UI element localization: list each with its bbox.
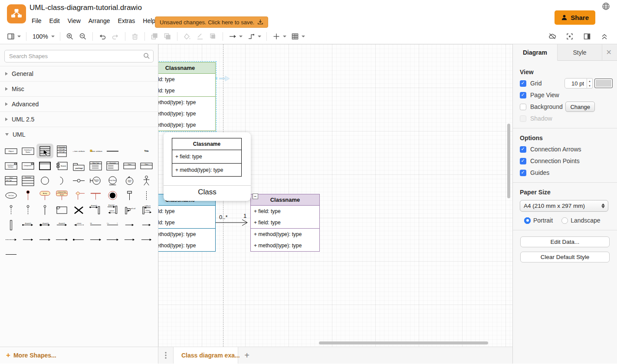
shape-uml-line[interactable] [3,247,20,262]
shape-uml-return[interactable]: return [70,217,87,232]
collapse-minus-icon[interactable]: − [253,193,258,199]
connection-icon[interactable] [226,31,245,42]
format-panel-icon[interactable] [581,31,594,42]
collapse-toolbar-icon[interactable] [598,31,611,42]
shape-uml-arrow-2[interactable] [138,217,155,232]
shape-uml-final-node[interactable] [104,188,121,203]
search-shapes-input[interactable] [4,50,154,62]
add-page-icon[interactable]: + [238,347,256,364]
shape-uml-activity[interactable]: Activity [36,188,53,203]
shape-uml-arrow-8[interactable] [138,232,155,247]
shape-uml-arrow-3[interactable] [20,232,36,247]
shape-uml-lifeline[interactable] [3,203,20,217]
shape-uml-divider[interactable] [104,144,121,158]
view-toggle-icon[interactable] [4,31,23,42]
menu-arrange[interactable]: Arrange [85,16,113,25]
grid-size-input[interactable] [564,78,587,89]
connection-points-checkbox[interactable] [520,158,526,164]
shape-uml-class-8[interactable]: Classname [20,173,36,188]
section-uml[interactable]: UML [0,127,158,142]
section-uml-2-5[interactable]: UML 2.5 [0,111,158,127]
table-icon[interactable] [289,31,307,42]
vertical-scrollbar[interactable] [507,124,510,198]
shape-uml-directed-line-2[interactable] [104,232,121,247]
shape-uml-dispatch[interactable]: dispatch [53,217,70,232]
shape-uml-arrow-6[interactable] [87,232,104,247]
grid-color-swatch[interactable] [594,79,613,88]
shape-uml-composite-state[interactable]: Composite StateSection [53,188,70,203]
edit-data-button[interactable]: Edit Data... [520,236,610,247]
clear-default-style-button[interactable]: Clear Default Style [520,252,610,262]
grid-size-stepper[interactable]: ▲▼ [587,78,593,89]
shape-uml-actor[interactable] [138,173,155,188]
menu-file[interactable]: File [29,16,45,25]
share-button[interactable]: Share [555,10,595,25]
grid-checkbox[interactable] [520,80,526,87]
shape-uml-directed-line[interactable] [70,232,87,247]
landscape-radio[interactable] [561,217,568,224]
shape-uml-self-call[interactable]: self call [121,203,138,217]
shape-uml-item-attribute-2[interactable]: item: attribute [87,144,104,158]
shape-uml-callback[interactable]: callbackreturn [138,203,155,217]
shape-uml-activation[interactable] [20,188,36,203]
connection-arrows-checkbox[interactable] [520,146,526,153]
page-view-checkbox[interactable] [520,92,526,98]
shape-uml-circle[interactable] [36,173,53,188]
shape-uml-fork-join[interactable] [87,188,104,203]
edge-target-multiplicity[interactable]: 1 [243,213,246,219]
zoom-in-icon[interactable] [63,31,76,42]
insert-icon[interactable] [270,31,289,42]
shape-uml-lifeline-plain[interactable] [138,188,155,203]
change-background-button[interactable]: Change [565,102,595,112]
shape-uml-class-2[interactable]: Classname+ field: type+ field: type [53,144,70,158]
shape-uml-boundary-object[interactable]: BoundaryObject [87,173,104,188]
shape-uml-frame[interactable] [53,203,70,217]
shape-uml-entity-object[interactable]: Entity Object [104,173,121,188]
shape-uml-arrow-4[interactable] [36,232,53,247]
shape-uml-object-types[interactable]: Object Type [87,158,104,173]
shape-uml-package[interactable]: package [70,158,87,173]
more-shapes-button[interactable]: + More Shapes... [0,347,158,364]
close-icon[interactable]: ✕ [604,48,614,56]
shape-uml-activation-bar[interactable] [3,217,20,232]
shape-uml-provided-required[interactable] [70,173,87,188]
tab-diagram[interactable]: Diagram [513,44,558,61]
section-general[interactable]: General [0,66,158,81]
shape-uml-found-message-2[interactable]: dispatch [36,217,53,232]
section-advanced[interactable]: Advanced [0,96,158,111]
no-cloud-icon[interactable] [546,31,559,42]
shape-uml-interface[interactable]: «interface»Name [20,144,36,158]
shape-uml-arrow-5[interactable] [53,232,70,247]
language-globe-icon[interactable] [602,2,610,10]
shape-uml-dispatch-bar[interactable]: dispatch [87,203,104,217]
shape-uml-use-case[interactable]: Use Case [3,188,20,203]
shape-uml-condition[interactable] [70,188,87,203]
shape-uml-interface-2[interactable]: «interface»Interface [3,158,20,173]
diagram-canvas[interactable]: 0..* 1 ✕ Classname+ field: type+ field: … [158,44,512,347]
shape-uml-control-object[interactable]: ControlObject [121,173,138,188]
shape-uml-module[interactable]: Module [53,158,70,173]
menu-view[interactable]: View [65,16,84,25]
shape-uml-class-3[interactable] [36,158,53,173]
shape-uml-node[interactable] [121,188,138,203]
class-box-top[interactable]: Classname+ field: type+ field: type+ met… [158,62,216,131]
shape-uml-class[interactable] [36,144,53,158]
edge-source-multiplicity[interactable]: 0..* [219,214,228,220]
fit-page-icon[interactable] [563,31,576,42]
section-misc[interactable]: Misc [0,81,158,96]
shape-uml-link[interactable]: link [87,217,104,232]
unsaved-changes-banner[interactable]: Unsaved changes. Click here to save. [155,16,268,28]
undo-icon[interactable] [96,31,109,42]
shape-uml-lifeline-3[interactable] [36,203,53,217]
shape-uml-spacer[interactable] [121,144,138,158]
shape-uml-link-2[interactable]: 0..n1 [104,217,121,232]
tab-style[interactable]: Style [558,44,602,60]
background-checkbox[interactable] [520,104,526,110]
shape-uml-arrow-7[interactable] [121,232,138,247]
shape-uml-dispatch-return[interactable]: dispatchreturn [104,203,121,217]
menu-extras[interactable]: Extras [115,16,138,25]
shape-uml-dashed-arrow[interactable] [3,232,20,247]
zoom-out-icon[interactable] [76,31,89,42]
shape-uml-class-7[interactable]: Classfield: Type [3,173,20,188]
paper-size-select[interactable]: A4 (210 mm x 297 mm) [520,200,608,212]
